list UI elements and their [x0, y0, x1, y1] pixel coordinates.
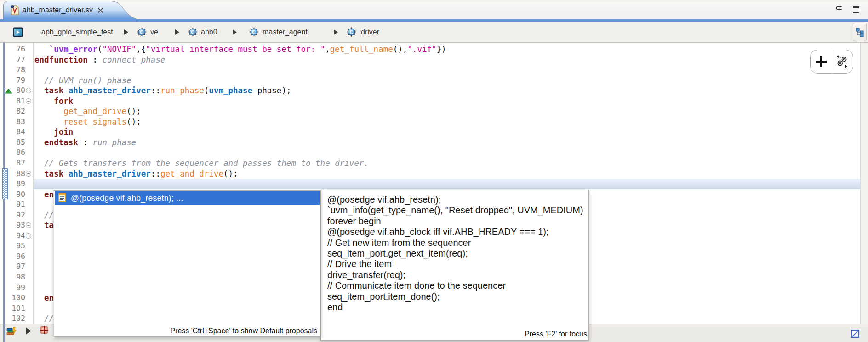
minimize-icon[interactable] — [836, 6, 842, 10]
line-number: 86 — [0, 148, 33, 158]
code-text: fork — [33, 96, 860, 107]
editor-tab-bar: ahb_master_driver.sv — [0, 0, 868, 19]
line-number: 91 — [0, 200, 33, 210]
line-number: 83 — [0, 117, 33, 127]
completion-item-label: @(posedge vif.ahb_resetn); ... — [71, 194, 183, 203]
breadcrumb-separator-icon — [175, 22, 179, 42]
fold-minus-icon[interactable] — [26, 171, 31, 177]
preview-popup-hint: Press 'F2' for focus — [525, 330, 587, 338]
class-icon[interactable]: C — [188, 22, 198, 42]
class-icon[interactable]: C — [137, 22, 147, 42]
template-preview-code: @(posedge vif.ahb_resetn); `uvm_info(get… — [327, 194, 583, 313]
code-line-88[interactable]: 88 task ahb_master_driver::get_and_drive… — [0, 169, 860, 179]
code-line-84[interactable]: 84 join — [0, 127, 860, 137]
completion-item[interactable]: @(posedge vif.ahb_resetn); ... — [55, 191, 320, 205]
code-text: // Gets transfers from the sequencer and… — [33, 158, 860, 169]
line-number: 77 — [0, 55, 33, 65]
template-preview-popup: @(posedge vif.ahb_resetn); `uvm_info(get… — [320, 190, 589, 341]
line-number: 96 — [0, 251, 33, 262]
line-number: 82 — [0, 106, 33, 117]
breadcrumb-tree-icon[interactable] — [853, 23, 867, 41]
line-number: 79 — [0, 75, 33, 86]
line-number: 84 — [0, 127, 33, 137]
line-number: 97 — [0, 262, 33, 272]
breadcrumb-item-apb_gpio_simple_test[interactable]: apb_gpio_simple_test — [41, 22, 113, 42]
code-line-85[interactable]: 85 endtask : run_phase — [0, 137, 860, 148]
template-icon — [58, 193, 66, 204]
code-text: join — [33, 127, 860, 137]
code-text: reset_signals(); — [33, 117, 860, 127]
code-line-82[interactable]: 82 get_and_drive(); — [0, 106, 860, 117]
code-line-80[interactable]: 80 task ahb_master_driver::run_phase(uvm… — [0, 86, 860, 96]
gears-configure-icon — [835, 55, 849, 68]
line-number: 101 — [0, 303, 33, 314]
play-icon[interactable] — [26, 328, 31, 334]
line-number: 78 — [0, 65, 33, 75]
code-line-89[interactable]: 89 — [0, 179, 860, 189]
code-line-78[interactable]: 78 — [0, 65, 860, 75]
line-number: 92 — [0, 210, 33, 221]
tab-title: ahb_master_driver.sv — [23, 6, 93, 14]
configure-button[interactable] — [832, 50, 853, 73]
code-text: endtask : run_phase — [33, 137, 860, 148]
breadcrumb-item-master_agent[interactable]: master_agent — [263, 22, 308, 42]
breadcrumb-item-ve[interactable]: ve — [150, 22, 158, 42]
fold-minus-icon[interactable] — [26, 233, 31, 239]
line-number: 87 — [0, 158, 33, 169]
svg-text:C: C — [252, 29, 256, 35]
line-number: 100 — [0, 293, 33, 303]
tab-close-icon[interactable] — [95, 5, 105, 15]
code-line-87[interactable]: 87 // Gets transfers from the sequencer … — [0, 158, 860, 169]
library-books-icon[interactable] — [6, 326, 17, 337]
range-indicator — [2, 168, 8, 200]
systemverilog-file-icon — [11, 5, 19, 15]
class-icon[interactable]: C — [249, 22, 259, 42]
code-text: endfunction : connect_phase — [33, 55, 860, 65]
code-line-76[interactable]: 76 `uvm_error("NOVIF",{"virtual interfac… — [0, 44, 860, 55]
code-line-79[interactable]: 79 // UVM run() phase — [0, 75, 860, 86]
red-grid-icon[interactable] — [40, 326, 48, 336]
svg-text:C: C — [350, 29, 354, 35]
code-line-81[interactable]: 81 fork — [0, 96, 860, 107]
maximize-icon[interactable] — [853, 6, 859, 13]
line-number: 99 — [0, 283, 33, 293]
line-number: 98 — [0, 272, 33, 283]
line-number: 102 — [0, 314, 33, 324]
code-text — [33, 179, 860, 189]
code-line-83[interactable]: 83 reset_signals(); — [0, 117, 860, 127]
line-number: 95 — [0, 241, 33, 251]
fold-minus-icon[interactable] — [26, 98, 31, 104]
code-line-86[interactable]: 86 — [0, 148, 860, 158]
breadcrumb: apb_gpio_simple_test C ve — [0, 22, 868, 43]
plus-icon — [816, 56, 827, 67]
code-text: `uvm_error("NOVIF",{"virtual interface m… — [33, 44, 860, 55]
code-text: get_and_drive(); — [33, 106, 860, 117]
breadcrumb-item-driver[interactable]: driver — [361, 22, 379, 42]
code-text: task ahb_master_driver::get_and_drive(); — [33, 169, 860, 179]
code-line-77[interactable]: 77endfunction : connect_phase — [0, 55, 860, 65]
breadcrumb-item-ahb0[interactable]: ahb0 — [201, 22, 217, 42]
code-text — [33, 65, 860, 75]
svg-text:C: C — [191, 29, 195, 35]
code-text: task ahb_master_driver::run_phase(uvm_ph… — [33, 86, 860, 96]
breadcrumb-separator-icon — [233, 22, 237, 42]
completion-popup: @(posedge vif.ahb_resetn); ... Press 'Ct… — [54, 190, 320, 337]
code-text: // UVM run() phase — [33, 75, 860, 86]
progress-indicator-icon[interactable] — [851, 330, 859, 340]
breadcrumb-separator-icon — [124, 22, 128, 42]
editor-tab[interactable]: ahb_master_driver.sv — [3, 1, 140, 20]
svg-text:C: C — [140, 29, 144, 35]
line-number: 85 — [0, 137, 33, 148]
add-button[interactable] — [811, 50, 832, 73]
completion-popup-hint: Press 'Ctrl+Space' to show Default propo… — [170, 327, 317, 335]
breadcrumb-separator-icon — [334, 22, 338, 42]
overview-ruler[interactable] — [860, 43, 868, 324]
last-edit-arrow-icon — [5, 87, 12, 96]
testbench-run-icon[interactable] — [13, 22, 23, 42]
class-icon[interactable]: C — [347, 22, 356, 42]
code-text — [33, 148, 860, 158]
line-number: 76 — [0, 44, 33, 55]
gutter-separator — [33, 43, 34, 324]
overlay-button-group — [810, 50, 853, 74]
